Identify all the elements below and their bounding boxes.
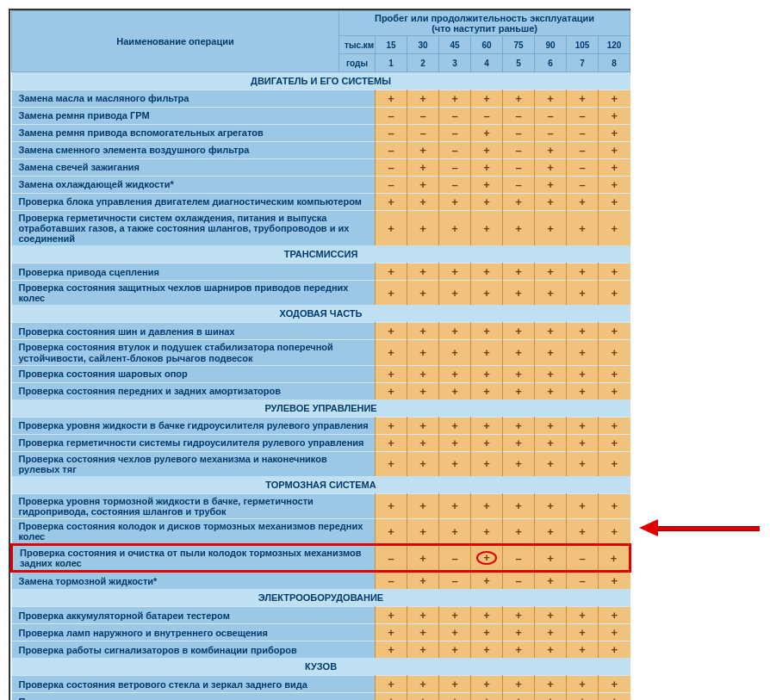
year-col: 5 (503, 54, 535, 72)
value-cell: + (535, 263, 567, 281)
table-row: Замена свечей зажигания–+–+–+–+ (12, 159, 630, 177)
value-cell: + (439, 693, 471, 700)
operation-name: Проверка состояния защитных чехлов шарни… (12, 281, 376, 306)
value-cell: – (471, 108, 503, 125)
value-cell: + (567, 194, 599, 211)
value-cell: + (407, 281, 439, 306)
value-cell: + (599, 125, 630, 142)
table-row: Проверка уровня тормозной жидкости в бач… (12, 493, 630, 518)
value-cell: + (535, 417, 567, 434)
value-cell: + (439, 263, 471, 281)
value-cell: + (376, 281, 407, 306)
table-row: Замена охлаждающей жидкости*–+–+–+–+ (12, 177, 630, 194)
value-cell: + (503, 281, 535, 306)
operation-name: Проверка состояния втулок и подушек стаб… (12, 340, 376, 365)
value-cell: + (471, 519, 503, 545)
value-cell: + (471, 382, 503, 400)
operation-name: Замена свечей зажигания (12, 159, 376, 177)
value-cell: + (503, 263, 535, 281)
table-row: Проверка состояния защитных чехлов шарни… (12, 281, 630, 306)
value-cell: + (439, 493, 471, 518)
table-row: Проверка герметичности систем охлаждения… (12, 211, 630, 246)
value-cell: + (503, 624, 535, 641)
value-cell: + (376, 624, 407, 641)
value-cell: + (535, 434, 567, 451)
value-cell: + (439, 90, 471, 108)
value-cell: + (503, 323, 535, 340)
value-cell: + (567, 624, 599, 641)
section-header: ТРАНСМИССИЯ (12, 245, 630, 263)
value-cell: + (376, 493, 407, 518)
header-operation: Наименование операции (12, 11, 339, 72)
value-cell: + (567, 693, 599, 700)
value-cell: – (503, 142, 535, 159)
value-cell: + (503, 434, 535, 451)
value-cell: + (535, 90, 567, 108)
value-cell: + (471, 194, 503, 211)
value-cell: + (535, 641, 567, 659)
value-cell: + (567, 281, 599, 306)
value-cell: + (376, 382, 407, 400)
value-cell: – (503, 125, 535, 142)
operation-name: Проверка герметичности систем охлаждения… (12, 211, 376, 246)
value-cell: + (439, 519, 471, 545)
table-row: Проверка состояния колодок и дисков торм… (12, 519, 630, 545)
value-cell: + (567, 519, 599, 545)
value-cell: – (503, 177, 535, 194)
value-cell: + (503, 90, 535, 108)
value-cell: + (376, 90, 407, 108)
value-cell: – (376, 125, 407, 142)
operation-name: Проверка состояния чехлов рулевого механ… (12, 451, 376, 476)
value-cell: + (439, 211, 471, 246)
value-cell: + (407, 365, 439, 382)
value-cell: + (407, 382, 439, 400)
value-cell: – (376, 572, 407, 590)
value-cell: + (599, 417, 630, 434)
value-cell: + (439, 607, 471, 624)
value-cell: + (535, 545, 567, 572)
value-cell: + (471, 607, 503, 624)
table-row: Проверка привода сцепления++++++++ (12, 263, 630, 281)
table-row: Проверка ламп наружного и внутреннего ос… (12, 624, 630, 641)
operation-name: Проверка состояния и очистка от пыли кол… (12, 545, 376, 572)
value-cell: + (599, 572, 630, 590)
value-cell: + (535, 194, 567, 211)
value-cell: + (471, 142, 503, 159)
value-cell: + (535, 382, 567, 400)
value-cell: + (376, 519, 407, 545)
value-cell: + (503, 493, 535, 518)
value-cell: + (407, 572, 439, 590)
operation-name: Проверка аккумуляторной батареи тестером (12, 607, 376, 624)
value-cell: – (567, 572, 599, 590)
operation-name: Замена ремня привода вспомогательных агр… (12, 125, 376, 142)
operation-name: Проверка состояния шин и давления в шина… (12, 323, 376, 340)
year-col: 2 (407, 54, 439, 72)
value-cell: + (567, 323, 599, 340)
value-cell: – (535, 125, 567, 142)
value-cell: + (567, 211, 599, 246)
value-cell: + (471, 340, 503, 365)
value-cell: + (407, 693, 439, 700)
table-row: Проверка состояния шин и давления в шина… (12, 323, 630, 340)
value-cell: + (535, 365, 567, 382)
value-cell: + (599, 451, 630, 476)
operation-name: Проверка состояния щеток стеклоочистител… (12, 693, 376, 700)
year-col: 7 (567, 54, 599, 72)
value-cell: + (599, 194, 630, 211)
operation-name: Проверка уровня жидкости в бачке гидроус… (12, 417, 376, 434)
value-cell: + (471, 434, 503, 451)
value-cell: + (439, 382, 471, 400)
value-cell: + (376, 451, 407, 476)
value-cell: + (599, 624, 630, 641)
value-cell: + (599, 607, 630, 624)
value-cell: + (535, 519, 567, 545)
value-cell: + (567, 90, 599, 108)
value-cell: + (567, 382, 599, 400)
value-cell: + (439, 624, 471, 641)
value-cell: + (503, 194, 535, 211)
value-cell: – (503, 572, 535, 590)
km-col: 75 (503, 36, 535, 54)
value-cell: + (376, 693, 407, 700)
value-cell: + (376, 434, 407, 451)
value-cell: + (439, 641, 471, 659)
